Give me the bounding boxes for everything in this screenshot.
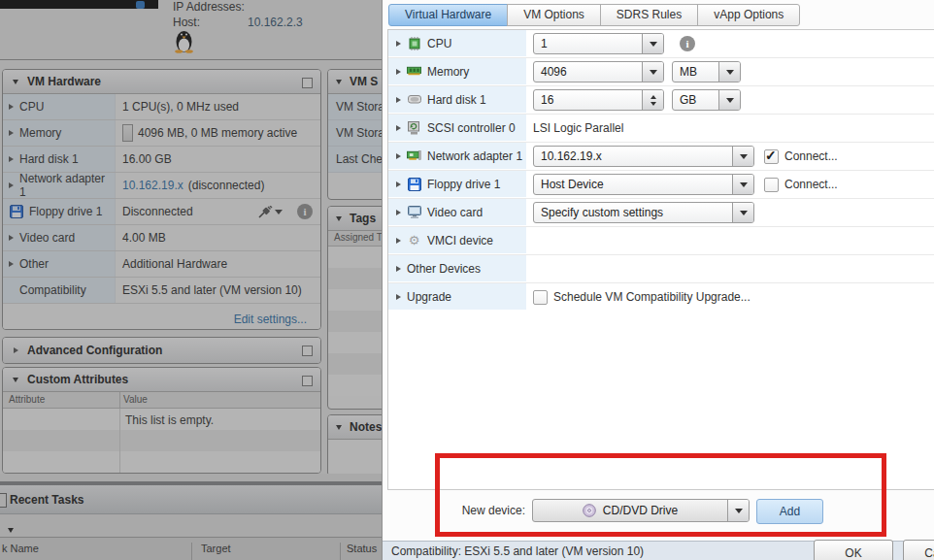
collapse-arrow-icon[interactable]	[13, 378, 18, 382]
custom-attributes-header[interactable]: Custom Attributes	[3, 368, 320, 392]
column-attribute[interactable]: Attribute	[9, 394, 45, 405]
minimize-icon[interactable]	[302, 78, 313, 88]
new-device-combobox[interactable]: CD/DVD Drive	[532, 499, 750, 522]
cancel-button[interactable]: Cancel	[903, 540, 934, 560]
expand-arrow-icon[interactable]	[9, 130, 14, 136]
ok-button[interactable]: OK	[814, 540, 893, 560]
column-status[interactable]: Status	[347, 543, 377, 554]
tags-header[interactable]: Tags	[328, 207, 382, 231]
info-icon[interactable]: i	[680, 36, 695, 51]
minimize-icon[interactable]	[302, 346, 313, 356]
hw-row-other: Other Additional Hardware	[3, 251, 320, 278]
connect-device-icon[interactable]	[258, 206, 283, 218]
assigned-tag-column[interactable]: Assigned T	[334, 232, 382, 243]
add-device-button[interactable]: Add	[756, 499, 823, 524]
expand-arrow-icon[interactable]	[396, 294, 401, 300]
recent-tasks-header[interactable]: Recent Tasks	[0, 485, 382, 514]
memory-icon	[407, 64, 421, 79]
collapse-arrow-icon[interactable]	[336, 216, 342, 221]
cpu-count-combobox[interactable]: 1	[533, 33, 664, 54]
row-label: VMCI device	[427, 234, 493, 247]
vm-storage-policies-panel: VM S VM Stora VM Stora Last Che	[327, 69, 382, 200]
floppy-connect-checkbox[interactable]	[764, 178, 779, 192]
column-target[interactable]: Target	[201, 543, 231, 554]
column-divider[interactable]	[191, 543, 192, 560]
dialog-row-vmci-device: ⚙ VMCI device	[388, 227, 934, 255]
memory-unit-combobox[interactable]: MB	[672, 61, 741, 82]
expand-arrow-icon[interactable]	[396, 125, 401, 131]
minimize-icon[interactable]	[302, 376, 313, 386]
network-combobox[interactable]: 10.162.19.x	[533, 146, 754, 167]
row-label: Upgrade	[407, 290, 451, 304]
dropdown-arrow-icon[interactable]	[718, 62, 740, 82]
collapse-arrow-icon[interactable]	[336, 80, 342, 84]
row-label: Hard disk 1	[19, 152, 79, 166]
expand-arrow-icon[interactable]	[9, 156, 14, 162]
expand-arrow-icon[interactable]	[396, 238, 401, 244]
dropdown-arrow-icon[interactable]	[732, 175, 753, 194]
expand-arrow-icon[interactable]	[396, 97, 401, 103]
dropdown-arrow-icon[interactable]	[732, 203, 753, 222]
dropdown-arrow-icon[interactable]	[718, 90, 740, 110]
expand-arrow-icon[interactable]	[396, 266, 401, 272]
memory-size-combobox[interactable]: 4096	[533, 61, 664, 82]
expand-arrow-icon[interactable]	[396, 69, 401, 75]
panel-title: Notes	[350, 420, 382, 434]
column-divider[interactable]	[119, 392, 120, 408]
hard-disk-size-spinner[interactable]: 16	[533, 89, 664, 111]
floppy-icon	[9, 205, 23, 219]
edit-settings-link[interactable]: Edit settings...	[234, 313, 307, 326]
storage-policies-header[interactable]: VM S	[328, 70, 382, 94]
tab-sdrs-rules[interactable]: SDRS Rules	[600, 4, 698, 26]
floppy-combobox[interactable]: Host Device	[533, 174, 754, 195]
advanced-configuration-header[interactable]: Advanced Configuration	[3, 338, 320, 363]
hw-row-memory: Memory 4096 MB, 0 MB memory active	[3, 120, 320, 147]
hard-disk-unit-value: GB	[673, 90, 718, 110]
row-label: Floppy drive 1	[29, 205, 102, 218]
host-ip-value[interactable]: 10.162.2.3	[248, 16, 303, 29]
dropdown-arrow-icon[interactable]	[642, 62, 663, 82]
video-settings-value: Specify custom settings	[534, 203, 732, 222]
schedule-upgrade-checkbox[interactable]	[533, 290, 548, 305]
row-label: Other Devices	[407, 262, 481, 276]
expand-arrow-icon[interactable]	[14, 347, 18, 353]
column-value[interactable]: Value	[123, 394, 148, 405]
schedule-upgrade-label: Schedule VM Compatibility Upgrade...	[553, 290, 751, 304]
expand-arrow-icon[interactable]	[396, 181, 401, 187]
video-settings-combobox[interactable]: Specify custom settings	[533, 202, 754, 223]
tab-vapp-options[interactable]: vApp Options	[697, 4, 800, 26]
row-label: Network adapter 1	[427, 149, 522, 163]
new-device-label: New device:	[436, 504, 525, 517]
notes-header[interactable]: Notes	[328, 415, 382, 440]
new-device-value: CD/DVD Drive	[603, 504, 678, 517]
console-refresh-icon[interactable]	[136, 1, 145, 9]
expand-arrow-icon[interactable]	[9, 235, 14, 241]
vm-hardware-header[interactable]: VM Hardware	[3, 70, 320, 94]
hw-row-hard-disk: Hard disk 1 16.00 GB	[3, 147, 320, 173]
task-filter-dropdown-icon[interactable]	[8, 528, 14, 533]
tab-vm-options[interactable]: VM Options	[507, 4, 601, 26]
expand-arrow-icon[interactable]	[396, 41, 401, 47]
dropdown-arrow-icon[interactable]	[642, 34, 663, 53]
column-task-name[interactable]: k Name	[2, 543, 39, 554]
expand-arrow-icon[interactable]	[9, 182, 14, 188]
dropdown-arrow-icon[interactable]	[727, 500, 749, 521]
network-link[interactable]: 10.162.19.x	[122, 179, 183, 192]
hard-disk-unit-combobox[interactable]: GB	[672, 89, 741, 111]
console-thumbnail[interactable]	[0, 0, 158, 9]
collapse-arrow-icon[interactable]	[336, 425, 342, 430]
column-divider[interactable]	[340, 543, 341, 560]
network-connect-checkbox[interactable]	[764, 149, 779, 164]
dropdown-arrow-icon[interactable]	[732, 147, 753, 166]
collapse-arrow-icon[interactable]	[13, 80, 18, 84]
expand-arrow-icon[interactable]	[9, 104, 14, 110]
info-icon[interactable]: i	[297, 204, 313, 219]
hw-row-floppy: Floppy drive 1 Disconnected i	[3, 199, 320, 225]
notes-panel: Notes	[327, 414, 382, 476]
resize-grip-icon[interactable]: ◢	[313, 326, 319, 330]
tab-virtual-hardware[interactable]: Virtual Hardware	[388, 4, 508, 26]
expand-arrow-icon[interactable]	[9, 261, 14, 267]
spinner-arrows-icon[interactable]	[642, 90, 663, 110]
expand-arrow-icon[interactable]	[396, 210, 401, 215]
expand-arrow-icon[interactable]	[396, 153, 401, 159]
